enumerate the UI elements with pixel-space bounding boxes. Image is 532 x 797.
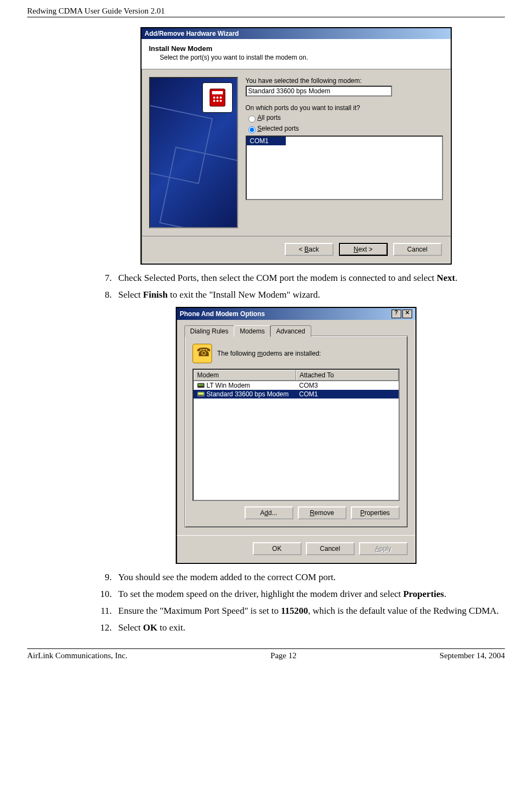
col-attached[interactable]: Attached To bbox=[296, 370, 399, 381]
close-button[interactable]: ✕ bbox=[402, 310, 412, 318]
wizard-titlebar: Add/Remove Hardware Wizard bbox=[142, 28, 451, 39]
step-8: 8.Select Finish to exit the "Install New… bbox=[92, 289, 499, 301]
phone-icon bbox=[202, 82, 233, 113]
page-footer: AirLink Communications, Inc. Page 12 Sep… bbox=[27, 651, 505, 668]
tab-dialing-rules[interactable]: Dialing Rules bbox=[184, 325, 235, 337]
header-rule bbox=[27, 17, 505, 17]
wizard-header-panel: Install New Modem Select the port(s) you… bbox=[142, 39, 451, 69]
radio-all-ports[interactable] bbox=[248, 115, 255, 123]
back-button[interactable]: < Back bbox=[285, 243, 334, 256]
telephone-icon bbox=[193, 344, 212, 363]
pnm-tab-panel: The following modems are installed: Mode… bbox=[184, 336, 408, 528]
remove-button[interactable]: Remove bbox=[298, 506, 347, 519]
pnm-tabs: Dialing Rules Modems Advanced bbox=[184, 325, 408, 337]
footer-right: September 14, 2004 bbox=[440, 651, 505, 660]
wizard-subheading: Select the port(s) you want to install t… bbox=[149, 54, 443, 61]
modem-list-header: Modem Attached To bbox=[194, 370, 399, 381]
next-button[interactable]: Next > bbox=[339, 243, 388, 256]
svg-point-7 bbox=[220, 100, 222, 102]
modem-row-1[interactable]: LT Win Modem COM3 bbox=[194, 381, 399, 390]
pnm-cancel-button[interactable]: Cancel bbox=[306, 542, 355, 555]
page-header: Redwing CDMA User Guide Version 2.01 bbox=[27, 0, 505, 16]
help-button[interactable]: ? bbox=[392, 310, 401, 318]
svg-point-6 bbox=[216, 100, 219, 102]
wizard-selected-label: You have selected the following modem: bbox=[246, 77, 443, 85]
port-item-com1[interactable]: COM1 bbox=[247, 137, 286, 145]
step-7: 7.Check Selected Ports, then select the … bbox=[92, 272, 499, 285]
footer-rule bbox=[27, 648, 505, 649]
footer-center: Page 12 bbox=[271, 651, 297, 660]
wizard-port-prompt: On which ports do you want to install it… bbox=[246, 104, 443, 112]
ok-button[interactable]: OK bbox=[253, 542, 302, 555]
step-12: 12.Select OK to exit. bbox=[92, 622, 499, 634]
add-button[interactable]: Add... bbox=[245, 506, 293, 519]
tab-advanced[interactable]: Advanced bbox=[270, 325, 311, 337]
svg-rect-1 bbox=[212, 91, 223, 94]
port-list[interactable]: COM1 bbox=[246, 136, 443, 200]
svg-point-4 bbox=[220, 97, 222, 99]
modem-list[interactable]: Modem Attached To LT Win Modem COM3 Stan… bbox=[193, 369, 400, 501]
wizard-heading: Install New Modem bbox=[149, 44, 443, 53]
svg-point-5 bbox=[213, 100, 215, 102]
footer-left: AirLink Communications, Inc. bbox=[27, 651, 127, 660]
radio-selected-label: Selected ports bbox=[258, 125, 299, 132]
radio-all-label: All ports bbox=[258, 114, 281, 121]
radio-selected-ports[interactable] bbox=[248, 126, 255, 133]
tab-modems[interactable]: Modems bbox=[234, 325, 271, 337]
wizard-modem-field: Standard 33600 bps Modem bbox=[246, 86, 392, 97]
pnm-titlebar: Phone And Modem Options ? ✕ bbox=[177, 308, 415, 320]
cancel-button[interactable]: Cancel bbox=[393, 243, 442, 256]
svg-point-3 bbox=[216, 97, 219, 99]
apply-button[interactable]: Apply bbox=[359, 542, 408, 555]
wizard-window: Add/Remove Hardware Wizard Install New M… bbox=[140, 27, 452, 265]
pnm-intro-text: The following modems are installed: bbox=[217, 350, 321, 357]
wizard-side-image bbox=[149, 77, 238, 228]
step-11: 11.Ensure the "Maximum Port Speed" is se… bbox=[92, 605, 499, 618]
modem-row-2[interactable]: Standard 33600 bps Modem COM1 bbox=[194, 390, 399, 398]
wizard-title: Add/Remove Hardware Wizard bbox=[145, 30, 239, 37]
pnm-title: Phone And Modem Options bbox=[180, 310, 265, 318]
svg-point-2 bbox=[213, 97, 215, 99]
step-9: 9.You should see the modem added to the … bbox=[92, 571, 499, 584]
col-modem[interactable]: Modem bbox=[194, 370, 296, 381]
properties-button[interactable]: Properties bbox=[351, 506, 400, 519]
step-10: 10.To set the modem speed on the driver,… bbox=[92, 588, 499, 601]
pnm-window: Phone And Modem Options ? ✕ Dialing Rule… bbox=[176, 307, 416, 564]
